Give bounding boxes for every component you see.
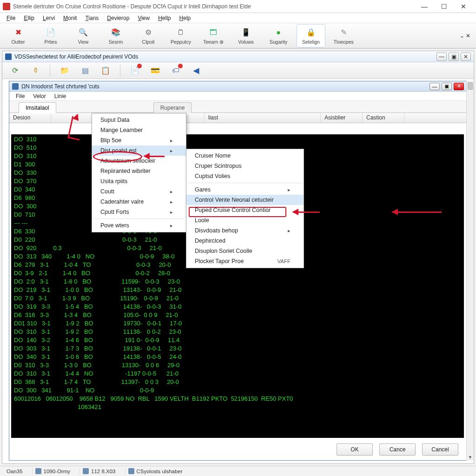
- toolbar-view[interactable]: 🔍View: [69, 24, 98, 47]
- menu-item-cruiser-nome[interactable]: Cruiser Nome: [186, 151, 304, 161]
- mdi-minimize-button[interactable]: —: [436, 53, 447, 61]
- setelign-icon: 🔒: [305, 27, 317, 38]
- clipboard-icon[interactable]: 📋: [99, 65, 112, 77]
- menu-view[interactable]: View: [134, 14, 153, 22]
- toolbar-teearn[interactable]: 🗔Teearn ⊛: [199, 24, 228, 47]
- menu-item-adsuntnium-sellocieir[interactable]: Adsuntnium sellocieir: [92, 156, 186, 166]
- menu-item-label: Usita rpiits: [100, 178, 127, 185]
- menu-item-cputt-forts[interactable]: Cputt Forts: [92, 207, 186, 217]
- tab-row: ImsitalaolRuperane: [9, 101, 467, 113]
- column-Asisblier[interactable]: Asisblier: [321, 113, 363, 123]
- toolbar-collapse[interactable]: ⌄ ✕: [458, 32, 472, 40]
- menu-item-disvdoats-behop[interactable]: Disvdoats behop: [186, 225, 304, 236]
- card-icon[interactable]: 💳: [149, 65, 161, 77]
- doc-titlebar: ΩN lrnodorst Test chrtured 'cuts — ▣ ✕: [9, 81, 467, 92]
- close-button[interactable]: ✕: [454, 0, 473, 13]
- maximize-button[interactable]: ☐: [434, 0, 454, 13]
- menu-item-loole[interactable]: Loole: [186, 215, 304, 225]
- menu-item-cruper-scintropus[interactable]: Cruper Scintropus: [186, 161, 304, 171]
- menu-file[interactable]: File: [3, 14, 19, 22]
- doc-menu-velor[interactable]: Velor: [29, 93, 49, 100]
- menu-item-plocket-tapor-proe[interactable]: Plocket Tapor ProeVAFF: [186, 256, 304, 266]
- menu-item-hint: VAFF: [277, 258, 291, 264]
- mdi-maximize-button[interactable]: ▣: [449, 53, 459, 61]
- menu-monit[interactable]: Monit: [60, 14, 80, 22]
- tag-badge-icon[interactable]: 🏷: [170, 65, 182, 77]
- menu-item-usita-rpiits[interactable]: Usita rpiits: [92, 176, 186, 186]
- sugarity-icon: ●: [273, 27, 284, 38]
- tab-ruperane[interactable]: Ruperane: [153, 102, 192, 113]
- column-liast[interactable]: liast: [205, 113, 321, 123]
- terminal-row: D6 316 3-3 1-3 4 BO 105:0- 0 0 9 21-0: [14, 311, 461, 319]
- minimize-button[interactable]: —: [415, 0, 434, 13]
- menu-help[interactable]: Help: [176, 14, 195, 22]
- context-menu-1[interactable]: Suput DataMange LeamberBlip 5oeDist poal…: [92, 113, 186, 232]
- toolbar-outter[interactable]: ✖Outter: [4, 24, 33, 47]
- app-icon: [3, 3, 10, 10]
- menu-item-label: Puped Cruise Control Contior: [195, 207, 271, 213]
- menu-hellp[interactable]: Hellp: [154, 14, 174, 22]
- toolbar-tloeopes[interactable]: ✎Tloeopes: [329, 24, 358, 47]
- document-badge-icon[interactable]: 📄: [129, 65, 141, 77]
- terminal-row: D0 310 3-3 1-3 0 BO 13130- 0 0 6 29-0: [14, 361, 461, 370]
- tloeopes-icon: ✎: [338, 27, 349, 38]
- window-title: Stenele dertruter On Cruise Control Rosi…: [13, 3, 415, 10]
- menu-item-dephirclced[interactable]: Dephirclced: [186, 236, 304, 246]
- menu-item-suput-data[interactable]: Suput Data: [92, 115, 186, 125]
- column-Desion[interactable]: Desion: [9, 113, 51, 123]
- tab-imsitalaol[interactable]: Imsitalaol: [19, 102, 56, 113]
- menu-item-repiiranted-wibriter[interactable]: Repiiranted wibriter: [92, 166, 186, 176]
- menu-item-control-vente-neonal-cetucteir[interactable]: Control Vente Neonal cetucteir: [186, 195, 304, 205]
- doc-menubar: FileVelorLinie: [9, 92, 467, 101]
- toolbar-prties[interactable]: 📄Prties: [36, 24, 65, 47]
- doc-close-button[interactable]: ✕: [454, 83, 464, 90]
- back-arrow-icon[interactable]: ◀: [190, 65, 202, 77]
- scroll-down-icon[interactable]: ▼: [467, 453, 474, 461]
- toolbar-clpoit[interactable]: ⚙Clpoit: [134, 24, 163, 47]
- scroll-thumb[interactable]: [468, 82, 473, 90]
- menu-item-cuptsd-volies[interactable]: Cuptsd Volies: [186, 171, 304, 181]
- toolbar-voluws[interactable]: 📱Voluws: [231, 24, 260, 47]
- menu-item-blip--oe[interactable]: Blip 5oe: [92, 135, 186, 145]
- terminal-row: D0 368 3-1 1-7 4 TO 11397- 0 0 3 20-0: [14, 378, 461, 386]
- menu-item-gares[interactable]: Gares: [186, 185, 304, 195]
- cancel-button-2[interactable]: Cancel: [422, 443, 458, 456]
- column-Castion[interactable]: Castion: [363, 113, 404, 123]
- menu-item-disuplon-soriet-coolle[interactable]: Disuplon Soriet Coolle: [186, 246, 304, 256]
- ok-button[interactable]: OK: [337, 443, 373, 456]
- filter-icon[interactable]: ⚱: [29, 65, 41, 77]
- folder-icon[interactable]: 📁: [59, 65, 71, 77]
- menu-ellip[interactable]: Ellip: [20, 14, 38, 22]
- menu-item-dist-poalsl-est[interactable]: Dist poalsl est: [92, 145, 186, 156]
- mdi-title: VDSSeshecletest for AllilErodecbof peuir…: [14, 53, 434, 60]
- voluws-icon: 📱: [240, 27, 251, 38]
- menu-item-mange-leamber[interactable]: Mange Leamber: [92, 125, 186, 135]
- menu-devierop[interactable]: Devierop: [103, 14, 133, 22]
- doc-minimize-button[interactable]: —: [430, 83, 440, 90]
- toolbar-setelign[interactable]: 🔒Setelign: [297, 24, 325, 47]
- terminal-row: D01 310 3-1 1-9 2 BO 19730- 0-0-1 17-0: [14, 319, 461, 328]
- toolbar-sesrm[interactable]: 📚Sesrm: [101, 24, 130, 47]
- terminal-row: D0 3-9 2-1 1-4 0 BO 0-0-2 28-0: [14, 269, 461, 278]
- refresh-icon[interactable]: ⟳: [9, 65, 21, 77]
- menu-item-puped-cruise-control-contior[interactable]: Puped Cruise Control Contior: [186, 205, 304, 215]
- menu-lervi[interactable]: Lervi: [39, 14, 59, 22]
- vertical-scrollbar[interactable]: ▲ ▼: [466, 81, 474, 461]
- toolbar-pepputcy[interactable]: 🗒Pepputcy: [166, 24, 195, 47]
- doc-menu-linie[interactable]: Linie: [51, 93, 70, 100]
- menu-item-caderahter-valre[interactable]: Caderahter valre: [92, 197, 186, 207]
- toolbar-label: Tloeopes: [333, 39, 353, 45]
- context-menu-2[interactable]: Cruiser NomeCruper ScintropusCuptsd Voli…: [186, 149, 304, 268]
- list-icon[interactable]: ▤: [79, 65, 91, 77]
- menu-tians[interactable]: Tians: [81, 14, 102, 22]
- menu-item-label: Adsuntnium sellocieir: [100, 158, 155, 164]
- doc-menu-file[interactable]: File: [12, 93, 28, 100]
- menu-item-coutt[interactable]: Coutt: [92, 186, 186, 197]
- toolbar-sugarity[interactable]: ●Sugarity: [264, 24, 293, 47]
- menu-item-label: Blip 5oe: [100, 137, 121, 144]
- doc-maximize-button[interactable]: ▣: [442, 83, 452, 90]
- mdi-close-button[interactable]: ✕: [461, 53, 471, 61]
- status-cell-0: Oan35: [4, 469, 26, 474]
- cancel-button[interactable]: Cance: [379, 443, 416, 456]
- menu-item-pove-wters[interactable]: Pove wters: [92, 220, 186, 231]
